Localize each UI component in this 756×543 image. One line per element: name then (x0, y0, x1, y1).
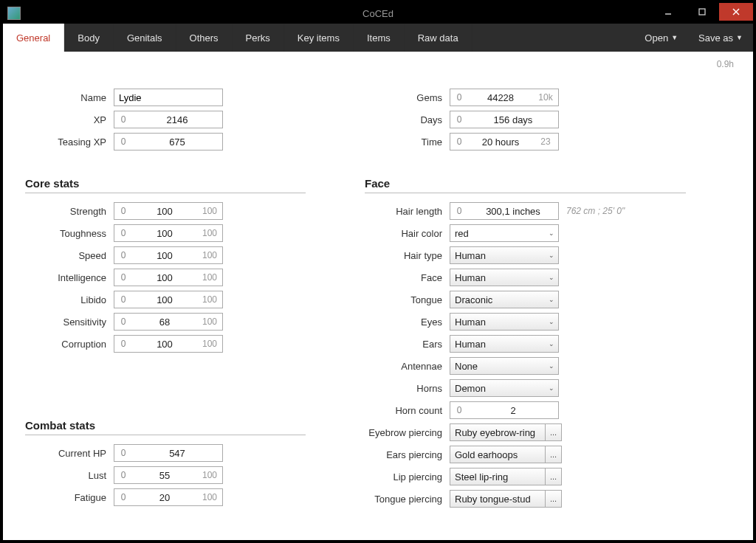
horns-combo[interactable]: Demon⌄ (450, 379, 559, 397)
combat-stats-title: Combat stats (25, 419, 306, 432)
sensitivity-input[interactable]: 068100 (114, 313, 223, 331)
teasing-xp-input[interactable]: 0 675 (114, 133, 223, 151)
lust-label: Lust (25, 470, 114, 481)
current-hp-input[interactable]: 0547 (114, 444, 223, 462)
tongue-piercing-more-button[interactable]: ... (546, 490, 562, 508)
speed-input[interactable]: 0100100 (114, 246, 223, 264)
lip-piercing-combo[interactable]: Steel lip-ring (450, 468, 546, 485)
antennae-combo[interactable]: None⌄ (450, 357, 559, 375)
toughness-label: Toughness (25, 228, 114, 239)
hair-color-combo[interactable]: red ⌄ (450, 224, 559, 242)
chevron-down-icon: ⌄ (545, 229, 558, 237)
days-input[interactable]: 0 156 days (450, 111, 559, 128)
gems-label: Gems (365, 92, 450, 103)
ears-piercing-more-button[interactable]: ... (546, 446, 562, 463)
close-button[interactable] (719, 3, 753, 21)
ears-piercing-label: Ears piercing (365, 449, 450, 460)
corruption-input[interactable]: 0100100 (114, 335, 223, 353)
face-combo[interactable]: Human⌄ (450, 269, 559, 286)
fatigue-input[interactable]: 020100 (114, 488, 223, 506)
tab-key-items[interactable]: Key items (284, 24, 354, 52)
corruption-label: Corruption (25, 339, 114, 350)
eyebrow-piercing-combo[interactable]: Ruby eyebrow-ring (450, 423, 546, 441)
xp-label: XP (25, 114, 114, 125)
face-label: Face (365, 272, 450, 283)
chevron-down-icon: ▼ (671, 34, 678, 41)
sensitivity-label: Sensitivity (25, 317, 114, 328)
toughness-input[interactable]: 0100100 (114, 224, 223, 242)
lust-input[interactable]: 055100 (114, 466, 223, 484)
hair-length-note: 762 cm ; 25' 0" (566, 206, 625, 216)
chevron-down-icon: ⌄ (545, 362, 558, 370)
ears-label: Ears (365, 339, 450, 350)
tab-perks[interactable]: Perks (233, 24, 284, 52)
open-menu[interactable]: Open ▼ (634, 24, 688, 52)
libido-input[interactable]: 0100100 (114, 291, 223, 308)
lip-piercing-label: Lip piercing (365, 471, 450, 483)
tab-genitals[interactable]: Genitals (114, 24, 176, 52)
horn-count-input[interactable]: 0 2 (450, 401, 559, 419)
time-label: Time (365, 136, 450, 148)
eyes-label: Eyes (365, 317, 450, 328)
chevron-down-icon: ⌄ (545, 274, 558, 281)
face-title: Face (365, 177, 686, 190)
speed-label: Speed (25, 250, 114, 261)
hair-length-input[interactable]: 0 300,1 inches (450, 202, 559, 220)
libido-label: Libido (25, 294, 114, 305)
window-title: CoCEd (362, 8, 394, 19)
xp-input[interactable]: 0 2146 (114, 111, 223, 128)
chevron-down-icon: ⌄ (545, 296, 558, 303)
minimize-button[interactable] (651, 3, 685, 21)
intelligence-label: Intelligence (25, 272, 114, 283)
ears-combo[interactable]: Human⌄ (450, 335, 559, 353)
time-input[interactable]: 0 20 hours 23 (450, 133, 559, 151)
chevron-down-icon: ⌄ (545, 340, 558, 347)
hair-length-label: Hair length (365, 206, 450, 217)
tongue-piercing-combo[interactable]: Ruby tongue-stud (450, 490, 546, 508)
strength-label: Strength (25, 206, 114, 217)
tongue-combo[interactable]: Draconic⌄ (450, 291, 559, 308)
name-input[interactable] (114, 89, 223, 106)
eyebrow-piercing-label: Eyebrow piercing (365, 427, 450, 438)
tongue-label: Tongue (365, 294, 450, 305)
horns-label: Horns (365, 383, 450, 394)
chevron-down-icon: ⌄ (545, 318, 558, 325)
tab-general[interactable]: General (3, 24, 64, 52)
fatigue-label: Fatigue (25, 492, 114, 503)
tab-raw-data[interactable]: Raw data (405, 24, 472, 52)
gems-input[interactable]: 0 44228 10k (450, 89, 559, 106)
days-label: Days (365, 114, 450, 125)
name-label: Name (25, 92, 114, 103)
tab-body[interactable]: Body (64, 24, 114, 52)
core-stats-title: Core stats (25, 177, 306, 190)
eyes-combo[interactable]: Human⌄ (450, 313, 559, 331)
teasing-xp-label: Teasing XP (25, 136, 114, 148)
horn-count-label: Horn count (365, 405, 450, 416)
chevron-down-icon: ⌄ (545, 384, 558, 392)
menubar: General Body Genitals Others Perks Key i… (3, 24, 753, 52)
app-icon (7, 7, 21, 20)
chevron-down-icon: ▼ (736, 34, 743, 41)
maximize-button[interactable] (685, 3, 719, 21)
intelligence-input[interactable]: 0100100 (114, 269, 223, 286)
tongue-piercing-label: Tongue piercing (365, 494, 450, 505)
strength-input[interactable]: 0100100 (114, 202, 223, 220)
save-as-menu[interactable]: Save as ▼ (688, 24, 753, 52)
hair-type-label: Hair type (365, 250, 450, 261)
lip-piercing-more-button[interactable]: ... (546, 468, 562, 485)
tab-others[interactable]: Others (176, 24, 233, 52)
chevron-down-icon: ⌄ (545, 252, 558, 259)
titlebar: CoCEd (3, 3, 753, 24)
version-label: 0.9h (717, 59, 734, 69)
save-as-label: Save as (698, 32, 733, 44)
hair-color-label: Hair color (365, 228, 450, 239)
open-label: Open (645, 32, 668, 44)
antennae-label: Antennae (365, 361, 450, 372)
content-area: 0.9h Name XP 0 2146 (3, 52, 753, 540)
tab-items[interactable]: Items (354, 24, 405, 52)
svg-rect-1 (699, 9, 705, 15)
current-hp-label: Current HP (25, 448, 114, 459)
ears-piercing-combo[interactable]: Gold earhoops (450, 446, 546, 463)
hair-type-combo[interactable]: Human⌄ (450, 246, 559, 264)
eyebrow-piercing-more-button[interactable]: ... (546, 423, 562, 441)
